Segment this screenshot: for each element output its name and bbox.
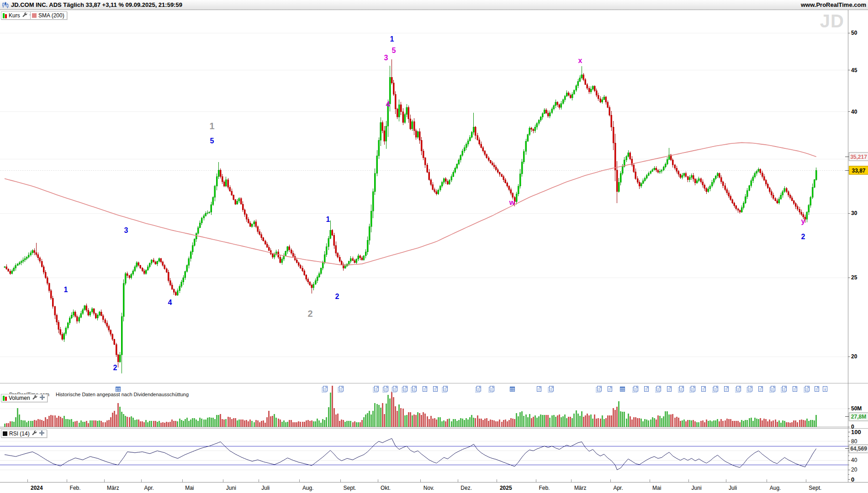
news-event-icon[interactable] [701,386,706,394]
time-axis-label: März [107,485,119,491]
candlesticks [4,59,817,373]
sma-value-label: 35,217 [849,152,868,161]
svg-text:i: i [825,387,826,392]
time-axis-label: Juni [692,485,702,491]
news-event-icon[interactable] [689,386,696,394]
news-event-icon[interactable] [596,386,602,394]
news-event-icon[interactable] [422,386,428,394]
news-event-icon[interactable] [678,386,684,394]
news-event-icon[interactable] [632,386,639,394]
elliott-wave-label[interactable]: y [801,218,805,225]
news-event-icon[interactable] [322,386,328,394]
news-event-icon[interactable] [792,386,798,394]
time-axis-label: Juli [261,485,270,491]
volume-legend-icon [3,396,7,401]
elliott-wave-label[interactable]: w [509,199,515,206]
news-event-icon[interactable] [536,386,542,394]
news-event-icon[interactable] [475,386,482,394]
price-settings-wrench-icon[interactable] [22,12,28,19]
news-event-icon[interactable] [402,386,408,394]
news-event-icon[interactable] [607,386,613,394]
news-event-icon[interactable] [735,386,741,394]
news-event-icon[interactable] [781,386,787,394]
elliott-wave-label[interactable]: 3 [124,227,128,234]
instrument-title: JD.COM INC. ADS Täglich 33,87 +3,11 % 09… [11,1,182,8]
volume-legend-chip[interactable]: Volumen [1,394,48,402]
news-event-icon[interactable] [442,386,448,394]
time-axis-label: Juni [226,485,236,491]
volume-settings-wrench-icon[interactable] [32,395,38,402]
news-event-icon[interactable] [115,386,121,394]
elliott-wave-label[interactable]: 1 [209,121,214,131]
rsi-legend-chip[interactable]: RSI (14) [1,430,47,438]
rsi-settings-wrench-icon[interactable] [32,430,37,437]
last-price-label: 33,87 [849,166,868,175]
elliott-wave-label[interactable]: 4 [168,299,172,306]
elliott-wave-label[interactable]: 1 [326,216,330,223]
elliott-wave-label[interactable]: 5 [210,137,214,145]
elliott-wave-label[interactable]: 2 [307,309,312,318]
news-event-icon[interactable] [433,386,438,394]
news-event-icon[interactable] [411,386,417,394]
time-axis-label: Aug. [302,485,314,491]
elliott-wave-label[interactable]: 1 [390,36,394,43]
price-axis-label: 25 [851,274,857,281]
news-event-icon[interactable] [804,386,810,394]
time-axis-label: Okt. [381,485,391,491]
price-axis-label: 40 [851,109,857,115]
news-event-icon[interactable] [746,386,753,394]
news-event-icon[interactable] [509,386,515,394]
sma200-line[interactable] [5,142,816,265]
time-axis-label: Juli [729,485,737,491]
elliott-wave-label[interactable]: 5 [392,47,396,54]
news-event-icon[interactable] [655,386,662,394]
price-axis-label: 30 [851,210,857,216]
news-event-icon[interactable] [488,386,495,394]
elliott-wave-label[interactable]: x [578,57,582,64]
rsi-axis-label: 100 [851,429,861,435]
price-axis-label: 50 [851,30,857,36]
news-event-icon[interactable] [712,386,719,394]
rsi-add-plus-icon[interactable] [39,430,44,437]
footer-adjustment-note: Historische Daten angepasst nach Dividen… [56,392,189,397]
price-axis-label: 45 [851,67,857,73]
news-event-icon[interactable] [382,386,389,394]
news-event-icon[interactable] [548,386,554,394]
news-event-icon[interactable] [644,386,649,394]
news-event-icon[interactable]: i [822,386,828,394]
price-chart-canvas[interactable] [0,10,868,493]
time-axis-label: Nov. [423,485,434,491]
news-event-icon[interactable] [814,386,820,394]
news-event-icon[interactable] [392,386,398,394]
news-event-icon[interactable] [373,386,379,394]
elliott-wave-label[interactable]: 3 [384,54,388,62]
volume-value-label: 27,8M [849,412,868,421]
volume-add-plus-icon[interactable] [40,395,45,401]
time-axis-label: Dez. [460,485,472,491]
price-legend-label: Kurs [9,12,20,19]
time-axis-label: Mai [185,485,194,491]
time-axis-label: Apr. [144,485,154,491]
candlestick-chart-icon[interactable] [1,1,9,9]
time-axis-label: Aug. [770,485,781,491]
volume-legend-label: Volumen [9,395,30,401]
time-axis-label: März [574,485,587,491]
chart-area[interactable]: JD Kurs SMA (200) ProRealTime.comHistori… [0,10,868,493]
rsi-legend-label: RSI (14) [9,430,30,437]
provider-url: www.ProRealTime.com [801,1,866,8]
news-event-icon[interactable] [667,386,672,394]
news-event-icon[interactable] [619,386,625,394]
time-axis-label: Mai [652,485,661,491]
candles-legend-icon [3,13,7,18]
news-event-icon[interactable] [724,386,729,394]
elliott-wave-label[interactable]: 4 [386,101,390,108]
news-event-icon[interactable] [769,386,776,394]
sma-legend-chip[interactable]: SMA (200) [30,11,67,20]
elliott-wave-label[interactable]: 2 [801,233,805,241]
time-axis-label: 2024 [31,485,43,491]
news-event-icon[interactable] [758,386,763,394]
news-event-icon[interactable] [338,386,344,394]
elliott-wave-label[interactable]: 2 [335,293,339,300]
elliott-wave-label[interactable]: 1 [64,286,68,294]
elliott-wave-label[interactable]: 2 [113,364,117,372]
